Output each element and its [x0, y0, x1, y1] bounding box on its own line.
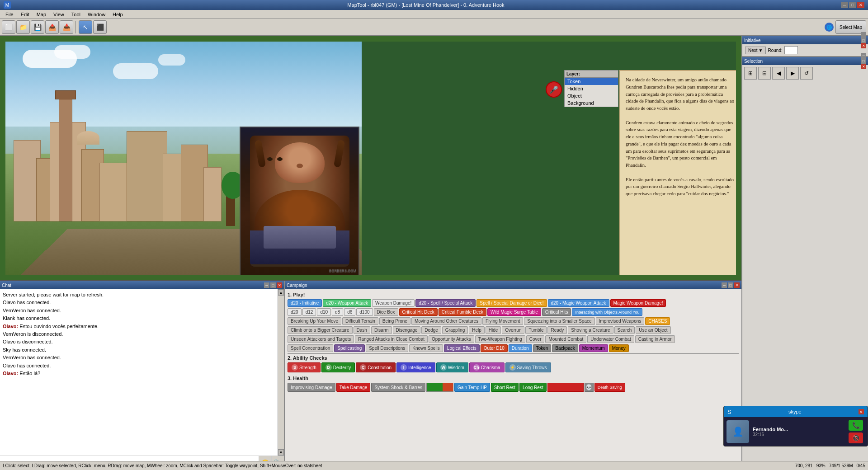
menu-view[interactable]: View: [50, 10, 68, 19]
btn-moving-around-creatures[interactable]: Moving Around Other Creatures: [411, 317, 481, 325]
btn-dexterity[interactable]: D Dexterity: [321, 362, 355, 372]
sel-btn-arrow-left[interactable]: ◀: [772, 67, 785, 80]
btn-overrun[interactable]: Overrun: [502, 326, 524, 334]
menu-edit[interactable]: Edit: [17, 10, 33, 19]
selection-maximize[interactable]: □: [861, 58, 866, 64]
layer-background[interactable]: Background: [565, 99, 618, 107]
chat-scroll-down[interactable]: ▼: [278, 449, 284, 456]
layer-token[interactable]: Token: [565, 78, 618, 85]
btn-d20-initiative[interactable]: d20 - Initiative: [288, 299, 322, 307]
menu-window[interactable]: Window: [84, 10, 109, 19]
btn-spell-damage[interactable]: Spell / Special Damage or Dice!: [476, 299, 547, 307]
btn-mounted-combat[interactable]: Mounted Combat: [545, 335, 586, 343]
btn-critical-hit-deck[interactable]: Critical Hit Deck: [399, 308, 438, 316]
btn-d12[interactable]: d12: [302, 308, 316, 316]
btn-short-rest[interactable]: Short Rest: [491, 383, 519, 392]
menu-tool[interactable]: Tool: [68, 10, 84, 19]
chat-scroll-thumb[interactable]: [278, 296, 284, 449]
toolbar-open[interactable]: 📁: [16, 20, 30, 34]
menu-map[interactable]: Map: [33, 10, 50, 19]
btn-known-spells[interactable]: Known Spells: [409, 344, 443, 352]
btn-strength[interactable]: S Strength: [288, 362, 321, 372]
btn-disarm[interactable]: Disarm: [371, 326, 392, 334]
initiative-close[interactable]: ✕: [861, 43, 866, 48]
close-button[interactable]: ✕: [857, 2, 864, 8]
btn-critical-fumble-deck[interactable]: Critical Fumble Deck: [439, 308, 486, 316]
btn-duration[interactable]: Duration: [509, 344, 532, 352]
chat-scrollbar[interactable]: ▲ ▼: [278, 289, 284, 456]
chat-close[interactable]: ✕: [277, 282, 282, 288]
call-decline-button[interactable]: 📵: [849, 432, 863, 443]
btn-help[interactable]: Help: [469, 326, 485, 334]
btn-system-shock[interactable]: System Shock & Barres: [371, 383, 425, 392]
sel-btn-grid[interactable]: ⊞: [744, 67, 757, 80]
campaign-minimize[interactable]: ─: [722, 282, 727, 288]
toolbar-save[interactable]: 💾: [31, 20, 44, 34]
btn-magic-weapon-damage[interactable]: Magic Weapon Damage!: [610, 299, 666, 307]
btn-difficult-terrain[interactable]: Difficult Terrain: [342, 317, 378, 325]
btn-d10[interactable]: d10: [317, 308, 331, 316]
btn-take-damage[interactable]: Take Damage: [336, 383, 371, 392]
btn-constitution[interactable]: C Constitution: [356, 362, 396, 372]
btn-interacting-objects[interactable]: Interacting with Objects Around You: [572, 308, 642, 316]
initiative-maximize[interactable]: □: [861, 38, 866, 43]
btn-dice-box[interactable]: Dice Box: [374, 308, 398, 316]
btn-flying-movement[interactable]: Flying Movement: [482, 317, 523, 325]
btn-backpack[interactable]: Backpack: [552, 344, 578, 352]
campaign-close[interactable]: ✕: [734, 282, 740, 288]
initiative-next-button[interactable]: Next ▼: [745, 47, 766, 54]
btn-spellcasting[interactable]: Spellcasting: [334, 344, 365, 352]
btn-cover[interactable]: Cover: [526, 335, 545, 343]
btn-opportunity-attacks[interactable]: Opportunity Attacks: [429, 335, 474, 343]
btn-money[interactable]: Money: [609, 344, 629, 352]
chat-minimize[interactable]: ─: [264, 282, 269, 288]
mic-button[interactable]: 🎤: [546, 81, 562, 98]
btn-death-saving[interactable]: Death Saving: [594, 383, 625, 392]
btn-dodge[interactable]: Dodge: [421, 326, 441, 334]
chat-maximize[interactable]: □: [270, 282, 276, 288]
btn-spell-descriptions[interactable]: Spell Descriptions: [366, 344, 408, 352]
btn-grappling[interactable]: Grappling: [442, 326, 468, 334]
btn-wisdom[interactable]: W Wisdom: [436, 362, 468, 372]
btn-long-rest[interactable]: Long Rest: [519, 383, 547, 392]
maximize-button[interactable]: □: [849, 2, 856, 8]
toolbar-select[interactable]: ↖: [79, 20, 92, 34]
btn-casting-armor[interactable]: Casting in Armor: [635, 335, 675, 343]
btn-underwater-combat[interactable]: Underwater Combat: [587, 335, 634, 343]
skype-close[interactable]: ✕: [859, 409, 864, 414]
selection-minimize[interactable]: ─: [861, 53, 866, 58]
menu-file[interactable]: File: [2, 10, 17, 19]
btn-dash[interactable]: Dash: [354, 326, 370, 334]
toolbar-new[interactable]: ⬜: [2, 20, 15, 34]
btn-d20[interactable]: d20: [288, 308, 302, 316]
call-accept-button[interactable]: 📞: [849, 420, 863, 431]
btn-squeezing[interactable]: Squeezing into a Smaller Space: [524, 317, 594, 325]
chat-scroll-up[interactable]: ▲: [278, 289, 284, 296]
map-container[interactable]: BORBERS.COM Na cidade de Neverwinter, um…: [0, 36, 741, 280]
layer-object[interactable]: Object: [565, 92, 618, 99]
btn-charisma[interactable]: Ch Charisma: [469, 362, 505, 372]
initiative-minimize[interactable]: ─: [861, 32, 866, 38]
btn-hide[interactable]: Hide: [486, 326, 501, 334]
btn-search[interactable]: Search: [614, 326, 635, 334]
btn-critical-hits[interactable]: Critical Hits: [542, 308, 571, 316]
toolbar-import[interactable]: 📥: [60, 20, 73, 34]
btn-wild-magic-surge[interactable]: Wild Magic Surge Table: [487, 308, 541, 316]
btn-d100[interactable]: d100: [356, 308, 373, 316]
menu-help[interactable]: Help: [109, 10, 127, 19]
btn-chases[interactable]: CHASES: [645, 317, 670, 325]
btn-unseen-attackers[interactable]: Unseen Attackers and Targets: [288, 335, 354, 343]
btn-token[interactable]: Token: [533, 344, 552, 352]
btn-two-weapon-fighting[interactable]: Two-Weapon Fighting: [475, 335, 525, 343]
btn-d6[interactable]: d6: [344, 308, 355, 316]
btn-d8[interactable]: d8: [332, 308, 343, 316]
selection-close[interactable]: ✕: [861, 64, 866, 69]
btn-momentum[interactable]: Momentum: [579, 344, 608, 352]
sel-btn-arrow-right[interactable]: ▶: [786, 67, 799, 80]
toolbar-export[interactable]: 📤: [45, 20, 59, 34]
btn-d20-magic-weapon[interactable]: d20 - Magic Weapon Attack: [548, 299, 609, 307]
layer-hidden[interactable]: Hidden: [565, 85, 618, 92]
btn-climb-bigger-creature[interactable]: Climb onto a Bigger Creature: [288, 326, 353, 334]
btn-gain-temp-hp[interactable]: Gain Temp HP: [454, 383, 490, 392]
btn-intelligence[interactable]: I Intelligence: [396, 362, 435, 372]
